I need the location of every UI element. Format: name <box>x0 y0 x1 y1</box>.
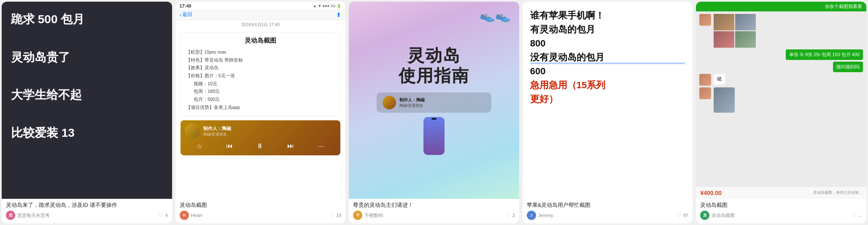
card4-like-count: 97 <box>683 213 688 218</box>
chat-avatar-4 <box>699 74 711 86</box>
card2-likes: ♡ 19 <box>330 212 341 219</box>
card1-dark-bg: 跪求 500 包月灵动岛贵了大学生给不起比较爱装 13 <box>2 2 172 199</box>
card4-image-area: 谁有苹果手机啊！ 有灵动岛的包月 800 没有灵动岛的包月 600 急用急用（1… <box>523 2 693 199</box>
chat-msg-5 <box>699 87 863 113</box>
card2-toolbar: ‹ 返回 ⬆ <box>175 9 346 20</box>
card4-line-4: 没有灵动岛的包月 <box>530 50 685 64</box>
card1-title: 灵动岛来了，跪求灵动岛，涉及ID 请不要操作 <box>6 201 168 209</box>
card2-bubble-row-7: 包月：500元 <box>186 95 335 103</box>
more-icon[interactable]: ⋯ <box>318 142 324 150</box>
card-3: 👟👟 灵动岛 使用指南 制作人：陶磁 陶磁/普通朋友 尊贵的灵动岛主们请进！ 千… <box>349 2 519 223</box>
card2-statusbar: 17:40 ▲ ▼ ●●● 5G 🔋 <box>175 2 346 9</box>
card3-meta: 千 千橙数码 ♡ 3 <box>353 211 515 220</box>
chat-msg-4: 嗯 <box>699 74 863 86</box>
share-icon[interactable]: ⬆ <box>336 11 341 18</box>
card1-author-name: 思思每天在思考 <box>17 212 50 219</box>
card2-bubble-row-4: 【价格】图片：5元一张 <box>186 72 335 80</box>
chat-img-3 <box>714 31 734 48</box>
card5-meta: 灵 灵动岛截图 ♡ ... <box>700 211 862 220</box>
card4-line-3: 800 <box>530 36 685 50</box>
card2-time: 17:40 <box>180 3 191 8</box>
prev-icon[interactable]: ⏮ <box>226 142 233 150</box>
chat-img-2 <box>735 14 756 30</box>
card5-author-name: 灵动岛截图 <box>712 212 735 219</box>
card5-messages: 单张 3r 9张 25r 包周 150 包月 400 随叫随到吗 嗯 <box>696 11 866 187</box>
card4-line-6: 急用急用（15系列 <box>530 78 685 92</box>
card3-phone-illustration <box>423 117 445 155</box>
card5-likes: ♡ ... <box>852 212 862 219</box>
card4-line-2: 有灵动岛的包月 <box>530 22 685 36</box>
card4-author-name: Jeremy <box>538 213 553 218</box>
card-2: 17:40 ▲ ▼ ●●● 5G 🔋 ‹ 返回 ⬆ 2024年6月1日 17:4… <box>175 2 346 223</box>
card5-heart-icon: ♡ <box>852 212 857 219</box>
card1-meta: 思 思思每天在思考 ♡ 4 <box>6 211 168 220</box>
chat-bubble-3: 随叫随到吗 <box>833 62 863 72</box>
card3-decoration: 👟👟 <box>480 8 511 23</box>
card2-back[interactable]: ‹ 返回 <box>180 11 192 18</box>
card2-chat-bubble: 灵动岛截图 【机型】15pro max 【特色】带灵动岛 带静音标 【效果】灵动… <box>181 32 341 116</box>
card1-heart-icon: ♡ <box>159 212 164 219</box>
play-icon[interactable]: ⏸ <box>256 142 263 150</box>
card2-toolbar-icons: ⬆ <box>336 11 341 18</box>
chat-image-grid <box>714 14 756 48</box>
card4-text-bg: 谁有苹果手机啊！ 有灵动岛的包月 800 没有灵动岛的包月 600 急用急用（1… <box>523 2 693 199</box>
card2-signal: ▲ ▼ ●●● 5G 🔋 <box>313 4 341 8</box>
card2-back-label: 返回 <box>182 11 192 18</box>
card-1: 跪求 500 包月灵动岛贵了大学生给不起比较爱装 13 灵动岛来了，跪求灵动岛，… <box>2 2 172 223</box>
card2-bubble-row-8: 【项目优势】各类上岛app <box>186 103 335 111</box>
card5-caption: 灵动岛截图，单张已买还推... <box>813 190 862 195</box>
card4-line-1: 谁有苹果手机啊！ <box>530 8 685 22</box>
card2-bubble-row-5: 视频：10元 <box>186 80 335 88</box>
card2-music-sub: 陶磁/普通朋友 <box>203 132 337 137</box>
card3-main-title: 灵动岛 使用指南 <box>399 45 469 86</box>
card2-music-player: 制作人：陶磁 陶磁/普通朋友 ☆ ⏮ ⏸ ⏭ ⋯ <box>181 120 341 155</box>
card3-author-name: 千橙数码 <box>364 212 383 219</box>
card2-author-info: H Heart <box>180 211 202 220</box>
card1-image-area: 跪求 500 包月灵动岛贵了大学生给不起比较爱装 13 <box>2 2 172 199</box>
card3-music-widget: 制作人：陶磁 陶磁/普通朋友 <box>377 92 492 113</box>
card2-music-top: 制作人：陶磁 陶磁/普通朋友 <box>185 124 337 139</box>
card2-music-avatar <box>185 124 200 139</box>
card4-heart-icon: ♡ <box>677 212 682 219</box>
card3-image-area: 👟👟 灵动岛 使用指南 制作人：陶磁 陶磁/普通朋友 <box>349 2 519 199</box>
card4-author-info: J Jeremy <box>527 211 553 220</box>
card3-footer: 尊贵的灵动岛主们请进！ 千 千橙数码 ♡ 3 <box>349 199 519 223</box>
chat-msg-3: 随叫随到吗 <box>699 62 863 72</box>
card5-footer: 灵动岛截图 灵 灵动岛截图 ♡ ... <box>696 199 866 223</box>
card2-title: 灵动岛截图 <box>180 201 342 209</box>
card2-music-title: 制作人：陶磁 <box>203 125 337 132</box>
card1-main-text: 跪求 500 包月灵动岛贵了大学生给不起比较爱装 13 <box>11 10 163 143</box>
card2-avatar: H <box>180 211 189 220</box>
card5-author-info: 灵 灵动岛截图 <box>700 211 735 220</box>
chat-img-single <box>714 87 735 113</box>
card3-likes: ♡ 3 <box>506 212 515 219</box>
card2-date: 2024年6月1日 17:40 <box>175 20 346 30</box>
card3-heart-icon: ♡ <box>506 212 511 219</box>
chevron-left-icon: ‹ <box>180 12 181 18</box>
card-5: 你发个截图我看看 单张 3r 9张 25r 包周 150 包月 400 <box>696 2 866 223</box>
card5-chat: 你发个截图我看看 单张 3r 9张 25r 包周 150 包月 400 <box>696 2 866 199</box>
card2-like-count: 19 <box>336 213 341 218</box>
card2-music-info: 制作人：陶磁 陶磁/普通朋友 <box>203 125 337 137</box>
card3-poster: 👟👟 灵动岛 使用指南 制作人：陶磁 陶磁/普通朋友 <box>349 2 519 199</box>
star-icon[interactable]: ☆ <box>197 142 202 150</box>
card2-bubble-row-3: 【效果】灵动岛 <box>186 64 335 72</box>
card2-footer: 灵动岛截图 H Heart ♡ 19 <box>175 199 346 223</box>
card5-avatar: 灵 <box>700 211 709 220</box>
chat-msg-2: 单张 3r 9张 25r 包周 150 包月 400 <box>699 49 863 60</box>
card3-author-info: 千 千橙数码 <box>353 211 383 220</box>
card3-avatar: 千 <box>353 211 362 220</box>
card3-music-sub: 陶磁/普通朋友 <box>399 103 425 108</box>
card3-title-line2: 使用指南 <box>399 66 469 85</box>
card-4: 谁有苹果手机啊！ 有灵动岛的包月 800 没有灵动岛的包月 600 急用急用（1… <box>523 2 693 223</box>
card4-likes: ♡ 97 <box>677 212 688 219</box>
card2-bubble-row-1: 【机型】15pro max <box>186 48 335 56</box>
next-icon[interactable]: ⏭ <box>287 142 294 150</box>
card5-like-count: ... <box>858 213 862 218</box>
card4-line-5: 600 <box>530 64 685 78</box>
card3-music-avatar <box>383 96 396 109</box>
card5-banner: 你发个截图我看看 <box>696 2 866 11</box>
chat-avatar-5 <box>699 87 711 99</box>
card2-bubble-row-2: 【特色】带灵动岛 带静音标 <box>186 56 335 64</box>
card4-avatar: J <box>527 211 536 220</box>
